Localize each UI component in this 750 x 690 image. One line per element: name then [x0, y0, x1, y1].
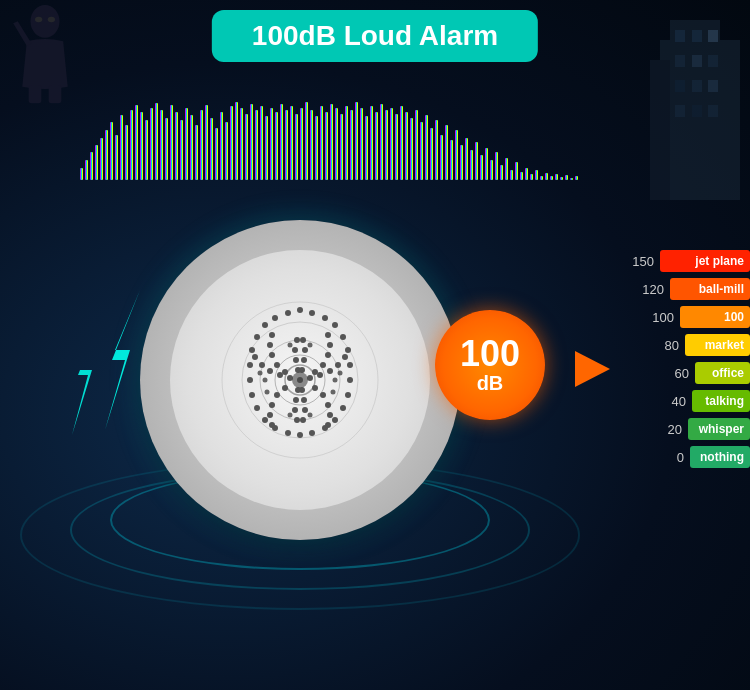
- svg-point-195: [331, 390, 336, 395]
- header-banner: 100dB Loud Alarm: [212, 10, 538, 62]
- svg-point-0: [30, 5, 59, 38]
- svg-rect-76: [360, 108, 363, 180]
- svg-rect-11: [675, 55, 685, 67]
- scale-number-0: 0: [656, 450, 684, 465]
- scale-number-40: 40: [658, 394, 686, 409]
- scale-label-market: market: [705, 338, 744, 352]
- svg-point-128: [277, 372, 283, 378]
- scale-bar-talking: talking: [692, 390, 750, 412]
- svg-point-145: [293, 357, 299, 363]
- scale-label-whisper: whisper: [699, 422, 744, 436]
- svg-point-123: [317, 372, 323, 378]
- svg-point-177: [262, 417, 268, 423]
- scale-label-talking: talking: [705, 394, 744, 408]
- svg-rect-72: [340, 114, 343, 180]
- scale-label-nothing: nothing: [700, 450, 744, 464]
- scale-label-100: 100: [724, 310, 744, 324]
- svg-point-151: [327, 412, 333, 418]
- svg-rect-78: [370, 106, 373, 180]
- svg-rect-48: [220, 112, 223, 180]
- svg-rect-68: [320, 106, 323, 180]
- svg-point-191: [285, 310, 291, 316]
- svg-point-194: [333, 378, 338, 383]
- building-silhouette: [650, 0, 750, 200]
- svg-rect-91: [435, 120, 438, 180]
- scale-bar-office: office: [695, 362, 750, 384]
- svg-rect-81: [385, 110, 388, 180]
- scale-number-120: 120: [636, 282, 664, 297]
- scale-item-office: 60 office: [590, 362, 750, 384]
- svg-rect-97: [465, 138, 468, 180]
- svg-rect-40: [180, 120, 183, 180]
- svg-rect-20: [80, 168, 83, 180]
- svg-point-172: [322, 425, 328, 431]
- svg-rect-71: [335, 108, 338, 180]
- svg-rect-108: [520, 172, 523, 180]
- svg-rect-98: [470, 150, 473, 180]
- svg-rect-16: [708, 80, 718, 92]
- svg-rect-112: [540, 176, 543, 180]
- svg-point-171: [332, 417, 338, 423]
- svg-rect-33: [145, 120, 148, 180]
- svg-rect-93: [445, 125, 448, 180]
- svg-rect-44: [200, 110, 203, 180]
- scale-number-100: 100: [646, 310, 674, 325]
- svg-point-190: [272, 315, 278, 321]
- svg-point-192: [297, 432, 303, 438]
- svg-rect-96: [460, 145, 463, 180]
- svg-rect-15: [692, 80, 702, 92]
- svg-rect-109: [525, 168, 528, 180]
- svg-rect-92: [440, 135, 443, 180]
- svg-point-169: [345, 392, 351, 398]
- svg-rect-28: [120, 115, 123, 180]
- scale-bar-market: market: [685, 334, 750, 356]
- svg-rect-22: [90, 152, 93, 180]
- svg-point-178: [272, 425, 278, 431]
- scale-bar-jet-plane: jet plane: [660, 250, 750, 272]
- scale-item-jet-plane: 150 jet plane: [590, 250, 750, 272]
- svg-point-165: [269, 352, 275, 358]
- svg-point-189: [262, 322, 268, 328]
- svg-point-156: [267, 412, 273, 418]
- svg-rect-26: [110, 122, 113, 180]
- svg-rect-49: [225, 122, 228, 180]
- svg-rect-113: [545, 173, 548, 180]
- svg-point-129: [267, 368, 273, 374]
- svg-rect-36: [160, 110, 163, 180]
- svg-rect-51: [235, 102, 238, 180]
- scale-item-ball-mill: 120 ball-mill: [590, 278, 750, 300]
- svg-rect-18: [692, 105, 702, 117]
- scale-item-100: 100 100: [590, 306, 750, 328]
- svg-rect-75: [355, 102, 358, 180]
- svg-rect-61: [285, 110, 288, 180]
- svg-rect-89: [425, 115, 428, 180]
- svg-point-142: [302, 347, 308, 353]
- svg-rect-86: [410, 118, 413, 180]
- scale-label-office: office: [712, 366, 744, 380]
- svg-rect-21: [85, 160, 88, 180]
- svg-point-179: [285, 430, 291, 436]
- svg-rect-8: [675, 30, 685, 42]
- burglar-silhouette: [5, 5, 85, 105]
- svg-point-138: [292, 407, 298, 413]
- svg-rect-64: [300, 108, 303, 180]
- scale-item-market: 80 market: [590, 334, 750, 356]
- svg-rect-104: [500, 165, 503, 180]
- svg-point-193: [297, 307, 303, 313]
- scale-bar-ball-mill: ball-mill: [670, 278, 750, 300]
- svg-rect-84: [400, 106, 403, 180]
- svg-rect-50: [230, 106, 233, 180]
- svg-rect-27: [115, 135, 118, 180]
- svg-point-155: [269, 402, 275, 408]
- svg-rect-111: [535, 170, 538, 180]
- svg-rect-73: [345, 106, 348, 180]
- svg-rect-69: [325, 112, 328, 180]
- scale-item-whisper: 20 whisper: [590, 418, 750, 440]
- svg-rect-47: [215, 128, 218, 180]
- svg-rect-88: [420, 122, 423, 180]
- svg-rect-59: [275, 112, 278, 180]
- svg-point-161: [327, 342, 333, 348]
- svg-point-146: [292, 347, 298, 353]
- svg-point-131: [252, 354, 258, 360]
- svg-point-124: [327, 368, 333, 374]
